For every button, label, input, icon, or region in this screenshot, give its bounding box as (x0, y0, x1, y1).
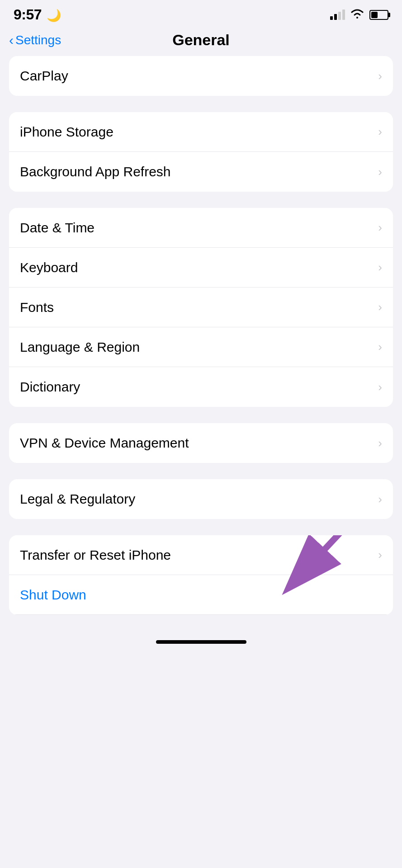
status-time: 9:57 (14, 6, 42, 23)
status-icons (330, 8, 388, 22)
transfer-reset-label: Transfer or Reset iPhone (20, 547, 171, 563)
chevron-icon: › (378, 221, 382, 235)
fonts-item[interactable]: Fonts › (9, 288, 393, 327)
chevron-icon: › (378, 125, 382, 139)
settings-content: CarPlay › iPhone Storage › Background Ap… (0, 56, 402, 615)
back-chevron-icon: ‹ (9, 33, 14, 47)
back-button[interactable]: ‹ Settings (9, 33, 61, 47)
home-indicator (0, 631, 402, 648)
shut-down-item[interactable]: Shut Down (9, 575, 393, 615)
chevron-icon: › (378, 260, 382, 274)
chevron-icon: › (378, 165, 382, 179)
carplay-item[interactable]: CarPlay › (9, 56, 393, 96)
dictionary-label: Dictionary (20, 379, 80, 395)
vpn-label: VPN & Device Management (20, 435, 189, 451)
language-region-item[interactable]: Language & Region › (9, 327, 393, 367)
fonts-label: Fonts (20, 300, 54, 315)
shut-down-label: Shut Down (20, 587, 86, 603)
dictionary-item[interactable]: Dictionary › (9, 367, 393, 407)
chevron-icon: › (378, 436, 382, 450)
signal-icon (330, 9, 345, 20)
locale-group: Date & Time › Keyboard › Fonts › Languag… (9, 208, 393, 407)
date-time-item[interactable]: Date & Time › (9, 208, 393, 248)
battery-icon (369, 10, 388, 20)
nav-header: ‹ Settings General (0, 27, 402, 56)
wifi-icon (350, 8, 365, 22)
date-time-label: Date & Time (20, 220, 95, 236)
iphone-storage-label: iPhone Storage (20, 124, 114, 140)
legal-group: Legal & Regulatory › (9, 479, 393, 519)
battery-fill (371, 12, 378, 18)
chevron-icon: › (378, 340, 382, 354)
vpn-item[interactable]: VPN & Device Management › (9, 423, 393, 463)
keyboard-label: Keyboard (20, 260, 78, 275)
page-title: General (172, 31, 230, 49)
status-time-area: 9:57 🌙 (14, 6, 61, 23)
iphone-storage-item[interactable]: iPhone Storage › (9, 112, 393, 152)
carplay-group: CarPlay › (9, 56, 393, 96)
background-refresh-item[interactable]: Background App Refresh › (9, 152, 393, 192)
chevron-icon: › (378, 69, 382, 83)
reset-group: Transfer or Reset iPhone › Shut Down (9, 535, 393, 615)
chevron-icon: › (378, 548, 382, 562)
back-label: Settings (15, 33, 61, 47)
chevron-icon: › (378, 380, 382, 394)
status-bar: 9:57 🌙 (0, 0, 402, 27)
legal-item[interactable]: Legal & Regulatory › (9, 479, 393, 519)
keyboard-item[interactable]: Keyboard › (9, 248, 393, 288)
background-refresh-label: Background App Refresh (20, 164, 171, 179)
legal-label: Legal & Regulatory (20, 491, 135, 507)
moon-icon: 🌙 (47, 9, 61, 22)
carplay-label: CarPlay (20, 68, 68, 84)
language-region-label: Language & Region (20, 340, 140, 355)
home-bar (156, 640, 246, 644)
transfer-reset-item[interactable]: Transfer or Reset iPhone › (9, 535, 393, 575)
vpn-group: VPN & Device Management › (9, 423, 393, 463)
chevron-icon: › (378, 300, 382, 314)
chevron-icon: › (378, 492, 382, 506)
storage-group: iPhone Storage › Background App Refresh … (9, 112, 393, 192)
